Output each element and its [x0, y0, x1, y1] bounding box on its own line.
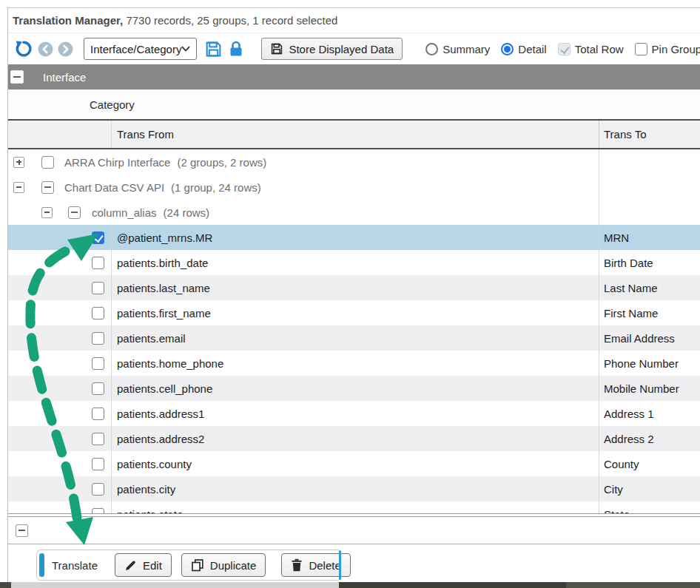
group-row[interactable]: Chart Data CSV API(1 group, 24 rows) — [8, 175, 700, 200]
pin-groups-label: Pin Groups — [652, 43, 700, 55]
row-checkbox[interactable] — [92, 458, 104, 470]
group-meta: (2 groups, 2 rows) — [177, 156, 266, 169]
title-bar: Translation Manager, 7730 records, 25 gr… — [8, 8, 700, 33]
toolbar: Interface/Category Sto — [8, 33, 700, 64]
panel-accent-bar — [39, 553, 44, 577]
row-checkbox-cell — [8, 376, 112, 401]
trans-from-value: patients.address1 — [112, 408, 204, 420]
trans-to-cell — [599, 175, 700, 200]
trash-icon — [291, 558, 303, 572]
trans-to-value: Address 1 — [604, 408, 654, 420]
trans-from-value: patients.last_name — [112, 282, 210, 294]
detail-radio-label: Detail — [518, 43, 546, 55]
translation-row[interactable]: patients.home_phonePhone Number — [8, 351, 700, 376]
translation-row[interactable]: patients.cell_phoneMobile Number — [8, 376, 700, 401]
grouping-select[interactable]: Interface/Category — [84, 38, 197, 60]
group-checkbox[interactable] — [41, 181, 54, 194]
trans-from-value: @patient_mrns.MR — [112, 232, 212, 244]
store-button-label: Store Displayed Data — [289, 43, 394, 55]
chevron-down-icon — [181, 46, 190, 52]
expand-box-icon[interactable] — [13, 157, 24, 168]
desktop-strip — [0, 582, 700, 588]
row-checkbox-cell — [8, 225, 112, 250]
translation-row[interactable]: patients.stateState — [8, 501, 700, 513]
trans-to-cell — [599, 200, 700, 225]
translation-row[interactable]: patients.address2Address 2 — [8, 426, 700, 451]
group-checkbox[interactable] — [41, 156, 54, 169]
row-checkbox[interactable] — [92, 232, 104, 244]
translation-row[interactable]: patients.countyCounty — [8, 451, 700, 476]
translation-row[interactable]: patients.cityCity — [8, 476, 700, 501]
group-checkbox[interactable] — [68, 206, 81, 219]
translation-row[interactable]: patients.first_nameFirst Name — [8, 300, 700, 325]
trans-to-value: City — [604, 483, 623, 496]
row-checkbox[interactable] — [92, 282, 104, 294]
translation-row[interactable]: patients.birth_dateBirth Date — [8, 250, 700, 275]
grouping-select-value: Interface/Category — [90, 43, 181, 55]
collapse-box-icon[interactable] — [41, 207, 53, 218]
edit-button-label: Edit — [143, 559, 162, 572]
trans-to-column-header[interactable]: Trans To — [604, 128, 647, 141]
summary-radio-label: Summary — [442, 43, 490, 55]
collapse-interface-icon[interactable] — [10, 70, 24, 84]
group-label: column_alias — [92, 206, 157, 219]
row-checkbox[interactable] — [92, 357, 104, 370]
save-icon[interactable] — [204, 40, 223, 58]
trans-from-column-header[interactable]: Trans From — [112, 128, 174, 141]
trans-to-value: Birth Date — [604, 257, 653, 269]
collapse-box-icon[interactable] — [13, 182, 24, 193]
trans-to-value: Last Name — [604, 282, 658, 294]
group-row[interactable]: ARRA Chirp Interface(2 groups, 2 rows) — [8, 149, 700, 175]
row-checkbox[interactable] — [92, 408, 104, 420]
edit-button[interactable]: Edit — [115, 553, 172, 577]
app-title: Translation Manager, — [13, 14, 123, 27]
column-header-row: Trans From Trans To — [8, 119, 700, 149]
action-panel-area: Translate Edit Duplicate — [8, 544, 700, 583]
group-row[interactable]: column_alias(24 rows) — [8, 200, 700, 225]
undo-icon[interactable] — [14, 39, 33, 58]
translation-row[interactable]: patients.address1Address 1 — [8, 401, 700, 426]
total-row-checkbox[interactable] — [558, 43, 571, 55]
row-checkbox-cell — [8, 325, 112, 351]
pin-groups-checkbox[interactable] — [635, 43, 647, 55]
trans-to-value: Address 2 — [604, 433, 654, 445]
collapse-panel-icon[interactable] — [16, 524, 28, 537]
row-checkbox-cell — [8, 250, 112, 275]
summary-radio[interactable] — [425, 43, 438, 55]
forward-icon[interactable] — [58, 41, 73, 57]
row-checkbox[interactable] — [92, 307, 104, 320]
delete-button-label: Delete — [309, 559, 340, 572]
row-checkbox[interactable] — [92, 257, 104, 269]
trans-from-value: patients.county — [112, 458, 192, 470]
trans-from-value: patients.city — [112, 483, 175, 496]
row-checkbox[interactable] — [92, 508, 104, 514]
row-checkbox[interactable] — [92, 433, 104, 445]
translation-row[interactable]: @patient_mrns.MRMRN — [8, 225, 700, 250]
group-meta: (24 rows) — [164, 206, 210, 219]
translate-panel-label: Translate — [52, 559, 98, 572]
row-checkbox[interactable] — [92, 483, 104, 496]
lock-icon[interactable] — [228, 40, 244, 58]
back-icon[interactable] — [38, 41, 53, 57]
translation-manager-window: Translation Manager, 7730 records, 25 gr… — [7, 7, 700, 582]
trans-to-value: State — [604, 508, 630, 514]
trans-to-value: County — [604, 458, 639, 470]
trans-to-value: Mobile Number — [604, 382, 679, 395]
trans-to-cell — [599, 149, 700, 175]
translation-row[interactable]: patients.emailEmail Address — [8, 325, 700, 351]
checkbox-column-header — [8, 121, 112, 148]
trans-from-value: patients.first_name — [112, 307, 211, 320]
store-displayed-data-button[interactable]: Store Displayed Data — [261, 38, 403, 60]
detail-radio[interactable] — [501, 43, 514, 55]
duplicate-button[interactable]: Duplicate — [181, 553, 266, 577]
row-checkbox[interactable] — [92, 382, 104, 395]
row-checkbox-cell — [8, 275, 112, 300]
row-checkbox-cell — [8, 476, 112, 501]
translation-row[interactable]: patients.last_nameLast Name — [8, 275, 700, 300]
translate-panel: Translate Edit Duplicate — [36, 550, 341, 581]
row-checkbox-cell — [8, 351, 112, 376]
row-checkbox[interactable] — [92, 332, 104, 345]
row-checkbox-cell — [8, 426, 112, 451]
trans-from-value: patients.cell_phone — [112, 382, 212, 395]
category-header-label: Category — [90, 98, 135, 111]
